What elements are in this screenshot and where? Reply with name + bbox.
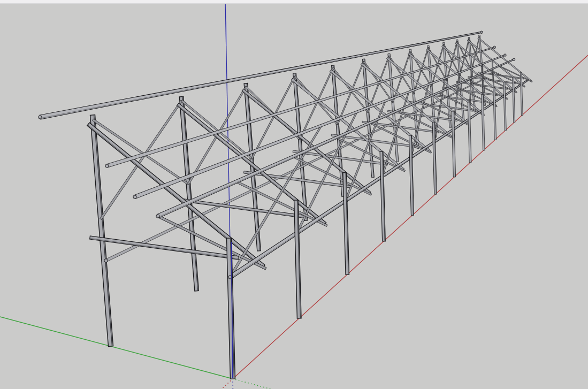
steel-frame-structure[interactable] [39,31,532,379]
toolbar-strip [0,0,588,4]
front-posts[interactable] [227,73,523,379]
3d-viewport[interactable] [0,0,588,389]
drawing-axes [0,0,588,389]
cad-viewport-window [0,0,588,389]
depth-girts[interactable] [90,72,524,260]
